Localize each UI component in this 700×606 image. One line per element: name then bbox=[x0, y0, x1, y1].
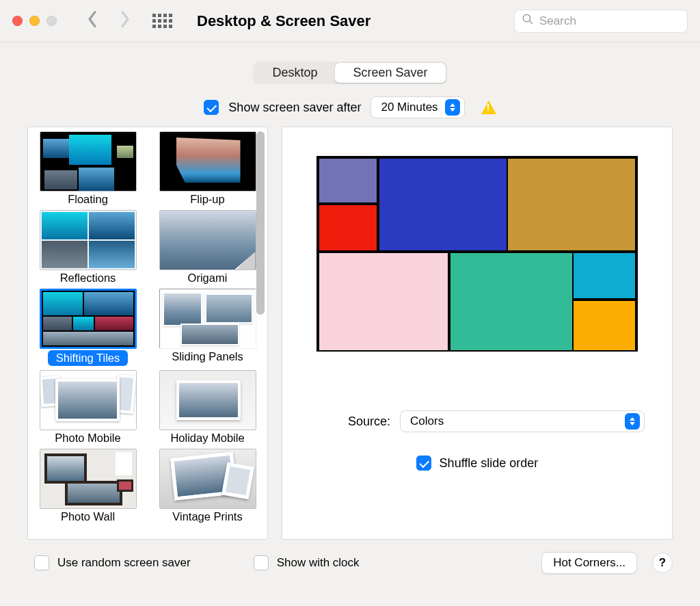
scrollbar[interactable] bbox=[256, 131, 265, 315]
source-row: Source: Colors bbox=[310, 410, 645, 432]
tab-screen-saver[interactable]: Screen Saver bbox=[335, 63, 445, 83]
thumbnail bbox=[159, 131, 256, 192]
window-title: Desktop & Screen Saver bbox=[197, 12, 507, 30]
saver-item-holiday-mobile[interactable]: Holiday Mobile bbox=[153, 370, 262, 449]
search-field[interactable] bbox=[514, 10, 688, 33]
main-area: Floating Flip-up Reflections Origami Shi… bbox=[27, 127, 673, 540]
shuffle-row: Shuffle slide order bbox=[416, 456, 539, 471]
saver-item-reflections[interactable]: Reflections bbox=[33, 210, 142, 289]
saver-item-photo-mobile[interactable]: Photo Mobile bbox=[33, 370, 142, 449]
saver-label: Flip-up bbox=[190, 192, 224, 206]
saver-label: Photo Wall bbox=[61, 509, 115, 523]
stepper-icon bbox=[445, 99, 460, 116]
thumbnail bbox=[159, 289, 256, 349]
delay-dropdown[interactable]: 20 Minutes bbox=[371, 96, 464, 118]
help-button[interactable]: ? bbox=[652, 553, 673, 573]
saver-label: Sliding Panels bbox=[172, 349, 243, 363]
thumbnail bbox=[40, 210, 137, 270]
saver-item-shifting-tiles[interactable]: Shifting Tiles bbox=[33, 289, 142, 370]
nav-arrows bbox=[87, 10, 131, 31]
saver-item-sliding-panels[interactable]: Sliding Panels bbox=[153, 289, 262, 370]
thumbnail bbox=[159, 370, 256, 430]
minimize-window-button[interactable] bbox=[29, 16, 40, 26]
source-dropdown[interactable]: Colors bbox=[400, 410, 645, 432]
saver-label: Photo Mobile bbox=[55, 430, 120, 445]
thumbnail bbox=[40, 370, 137, 430]
shuffle-checkbox[interactable] bbox=[416, 456, 431, 471]
source-label: Source: bbox=[348, 414, 390, 429]
preview-tile bbox=[318, 157, 378, 204]
saver-item-photo-wall[interactable]: Photo Wall bbox=[33, 449, 142, 527]
thumbnail bbox=[40, 131, 137, 192]
preview-tile bbox=[507, 157, 636, 252]
saver-label: Shifting Tiles bbox=[48, 350, 129, 366]
saver-label: Reflections bbox=[60, 270, 116, 285]
tab-row: Desktop Screen Saver bbox=[0, 42, 700, 84]
show-all-preferences-button[interactable] bbox=[152, 14, 172, 28]
show-after-label: Show screen saver after bbox=[228, 101, 361, 115]
saver-label: Vintage Prints bbox=[172, 509, 242, 523]
tabs-segmented: Desktop Screen Saver bbox=[253, 62, 446, 84]
show-clock-checkbox[interactable] bbox=[254, 555, 269, 570]
thumbnail bbox=[40, 449, 137, 509]
svg-line-1 bbox=[529, 21, 533, 24]
preview-tile bbox=[318, 204, 378, 252]
delay-value: 20 Minutes bbox=[381, 101, 438, 114]
saver-label: Floating bbox=[68, 192, 108, 206]
preview-tile bbox=[449, 252, 574, 352]
stepper-icon bbox=[625, 413, 640, 430]
search-input[interactable] bbox=[539, 14, 684, 28]
saver-item-floating[interactable]: Floating bbox=[33, 131, 142, 210]
source-value: Colors bbox=[410, 414, 618, 428]
saver-label: Holiday Mobile bbox=[170, 430, 244, 445]
warning-icon bbox=[481, 101, 496, 114]
random-saver-label: Use random screen saver bbox=[57, 556, 191, 570]
thumbnail bbox=[40, 289, 137, 349]
saver-item-origami[interactable]: Origami bbox=[153, 210, 262, 289]
shuffle-label: Shuffle slide order bbox=[440, 456, 539, 471]
preview-frame bbox=[317, 156, 638, 352]
thumbnail bbox=[159, 449, 256, 509]
preview-panel: Source: Colors Shuffle slide order bbox=[282, 127, 673, 540]
thumbnail bbox=[159, 210, 256, 270]
preview-tile bbox=[318, 252, 449, 352]
hot-corners-button[interactable]: Hot Corners... bbox=[541, 552, 637, 574]
svg-point-0 bbox=[523, 14, 530, 22]
preview-tile bbox=[572, 300, 636, 352]
show-clock-label: Show with clock bbox=[277, 556, 360, 570]
saver-item-flipup[interactable]: Flip-up bbox=[153, 131, 262, 210]
random-saver-checkbox[interactable] bbox=[34, 555, 49, 570]
screen-saver-list[interactable]: Floating Flip-up Reflections Origami Shi… bbox=[27, 127, 268, 540]
timing-row: Show screen saver after 20 Minutes bbox=[0, 84, 700, 118]
preview-tile bbox=[378, 157, 508, 252]
show-after-checkbox[interactable] bbox=[204, 100, 219, 115]
window-controls bbox=[12, 16, 57, 26]
preview-tile bbox=[572, 252, 636, 300]
saver-item-vintage-prints[interactable]: Vintage Prints bbox=[153, 449, 262, 527]
saver-label: Origami bbox=[188, 270, 228, 285]
tab-desktop[interactable]: Desktop bbox=[254, 63, 335, 83]
toolbar: Desktop & Screen Saver bbox=[0, 0, 700, 42]
bottom-bar: Use random screen saver Show with clock … bbox=[0, 540, 700, 574]
close-window-button[interactable] bbox=[12, 16, 23, 26]
back-button[interactable] bbox=[87, 10, 98, 31]
maximize-window-button bbox=[46, 16, 57, 26]
forward-button[interactable] bbox=[120, 10, 131, 31]
search-icon bbox=[522, 13, 534, 29]
